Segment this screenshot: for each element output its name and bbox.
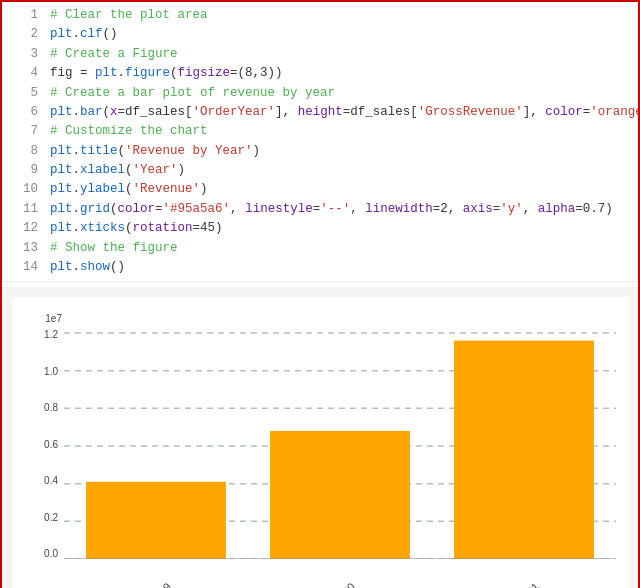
code-text: plt.clf(): [50, 25, 118, 44]
code-text: # Show the figure: [50, 239, 178, 258]
chart-svg: [64, 329, 616, 559]
code-plain: ): [178, 163, 186, 177]
code-function: ylabel: [80, 182, 125, 196]
code-plain: ,: [350, 202, 365, 216]
code-plain: (: [118, 144, 126, 158]
code-text: plt.show(): [50, 258, 125, 277]
code-param: alpha: [538, 202, 576, 216]
line-number: 8: [10, 142, 38, 161]
code-plain: .: [73, 163, 81, 177]
code-function: plt: [50, 27, 73, 41]
code-text: fig = plt.figure(figsize=(8,3)): [50, 64, 283, 83]
y-tick-label: 0.2: [18, 512, 62, 523]
code-plain: (: [125, 221, 133, 235]
code-comment: # Clear the plot area: [50, 8, 208, 22]
code-text: plt.xticks(rotation=45): [50, 219, 223, 238]
code-string: 'orange': [590, 105, 640, 119]
code-line: 12plt.xticks(rotation=45): [2, 219, 638, 238]
code-function: xticks: [80, 221, 125, 235]
code-function: plt: [95, 66, 118, 80]
code-plain: =: [155, 202, 163, 216]
code-function: plt: [50, 163, 73, 177]
code-plain: (): [103, 27, 118, 41]
code-text: plt.xlabel('Year'): [50, 161, 185, 180]
code-plain: .: [73, 105, 81, 119]
code-comment: # Create a Figure: [50, 47, 178, 61]
code-plain: fig =: [50, 66, 95, 80]
code-line: 6plt.bar(x=df_sales['OrderYear'], height…: [2, 103, 638, 122]
code-string: 'Revenue': [133, 182, 201, 196]
code-plain: .: [73, 202, 81, 216]
code-string: 'OrderYear': [193, 105, 276, 119]
code-text: # Create a Figure: [50, 45, 178, 64]
code-comment: # Customize the chart: [50, 124, 208, 138]
code-text: # Create a bar plot of revenue by year: [50, 84, 335, 103]
line-number: 5: [10, 84, 38, 103]
code-line: 4fig = plt.figure(figsize=(8,3)): [2, 64, 638, 83]
code-comment: # Create a bar plot of revenue by year: [50, 86, 335, 100]
code-param: linewidth: [365, 202, 433, 216]
code-plain: .: [73, 221, 81, 235]
code-plain: (: [110, 202, 118, 216]
code-plain: .: [73, 27, 81, 41]
code-text: # Customize the chart: [50, 122, 208, 141]
y-tick-label: 0.8: [18, 402, 62, 413]
code-function: grid: [80, 202, 110, 216]
code-param: linestyle: [245, 202, 313, 216]
code-plain: .: [73, 182, 81, 196]
code-plain: .: [73, 260, 81, 274]
code-string: 'GrossRevenue': [418, 105, 523, 119]
code-plain: ],: [523, 105, 546, 119]
code-section: 1# Clear the plot area2plt.clf()3# Creat…: [2, 2, 638, 282]
code-param: rotation: [133, 221, 193, 235]
code-plain: (: [103, 105, 111, 119]
line-number: 7: [10, 122, 38, 141]
code-function: xlabel: [80, 163, 125, 177]
code-plain: ],: [275, 105, 298, 119]
code-comment: # Show the figure: [50, 241, 178, 255]
line-number: 1: [10, 6, 38, 25]
code-line: 13# Show the figure: [2, 239, 638, 258]
line-number: 4: [10, 64, 38, 83]
code-line: 7# Customize the chart: [2, 122, 638, 141]
line-number: 10: [10, 180, 38, 199]
code-string: 'Year': [133, 163, 178, 177]
code-plain: ): [200, 182, 208, 196]
code-plain: =2,: [433, 202, 463, 216]
code-param: axis: [463, 202, 493, 216]
code-function: figure: [125, 66, 170, 80]
code-param: color: [545, 105, 583, 119]
code-plain: (: [125, 163, 133, 177]
line-number: 2: [10, 25, 38, 44]
code-plain: (: [170, 66, 178, 80]
code-plain: =0.7): [575, 202, 613, 216]
code-function: plt: [50, 182, 73, 196]
code-line: 8plt.title('Revenue by Year'): [2, 142, 638, 161]
code-text: plt.ylabel('Revenue'): [50, 180, 208, 199]
code-plain: =df_sales[: [118, 105, 193, 119]
code-text: plt.title('Revenue by Year'): [50, 142, 260, 161]
chart-title: [12, 297, 630, 305]
code-text: # Clear the plot area: [50, 6, 208, 25]
code-plain: (): [110, 260, 125, 274]
code-text: plt.grid(color='#95a5a6', linestyle='--'…: [50, 200, 613, 219]
bar-rect: [454, 341, 594, 559]
code-plain: (: [125, 182, 133, 196]
code-line: 10plt.ylabel('Revenue'): [2, 180, 638, 199]
code-function: plt: [50, 221, 73, 235]
code-string: 'Revenue by Year': [125, 144, 253, 158]
y-tick-label: 0.6: [18, 439, 62, 450]
line-number: 9: [10, 161, 38, 180]
chart-inner: [64, 329, 616, 559]
line-number: 6: [10, 103, 38, 122]
code-plain: .: [73, 144, 81, 158]
code-function: title: [80, 144, 118, 158]
y-tick-labels: 1e70.00.20.40.60.81.01.2: [18, 329, 62, 559]
y-tick-label: 0.4: [18, 475, 62, 486]
code-line: 11plt.grid(color='#95a5a6', linestyle='-…: [2, 200, 638, 219]
code-plain: ,: [230, 202, 245, 216]
line-number: 11: [10, 200, 38, 219]
code-plain: =(8,3)): [230, 66, 283, 80]
code-string: '--': [320, 202, 350, 216]
code-function: plt: [50, 144, 73, 158]
